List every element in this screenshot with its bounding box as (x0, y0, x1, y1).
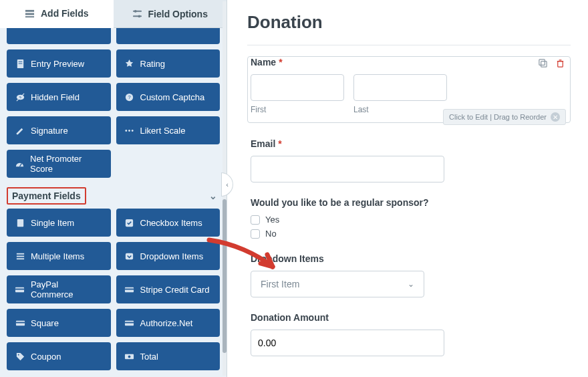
field-btn-nps[interactable]: Net Promoter Score (7, 150, 111, 178)
field-btn-paypal[interactable]: PayPal Commerce (7, 275, 111, 303)
field-btn-square[interactable]: Square (7, 309, 111, 337)
svg-rect-19 (17, 219, 23, 226)
field-btn-label: Total (140, 352, 158, 362)
left-scrollbar-thumb[interactable] (223, 199, 227, 353)
field-btn-stripe[interactable]: Stripe Credit Card (116, 275, 220, 303)
checkbox-icon (124, 217, 135, 228)
card-icon (15, 284, 25, 295)
required-marker: * (279, 57, 282, 68)
trash-icon[interactable] (554, 57, 566, 69)
form-title: Donation (247, 12, 571, 33)
svg-rect-0 (25, 9, 34, 11)
svg-rect-21 (16, 253, 23, 254)
svg-point-5 (134, 10, 137, 13)
required-marker: * (278, 138, 281, 149)
svg-rect-38 (557, 61, 563, 66)
svg-rect-37 (541, 61, 546, 66)
opt-yes[interactable]: Yes (251, 215, 567, 225)
field-btn-custom-captcha[interactable]: ? Custom Captcha (116, 83, 220, 111)
star-icon (124, 58, 135, 69)
checkbox-icon (251, 215, 260, 225)
field-options-icon (132, 9, 143, 19)
field-btn-label: Single Item (31, 218, 74, 228)
field-btn-hidden-cut-a[interactable] (7, 28, 111, 44)
first-name-sublabel: First (251, 105, 344, 114)
svg-rect-8 (18, 61, 22, 61)
svg-rect-28 (125, 288, 134, 289)
donation-input[interactable] (251, 330, 444, 356)
field-btn-label: PayPal Commerce (31, 279, 103, 299)
field-btn-total[interactable]: Total (116, 342, 220, 370)
svg-point-16 (128, 130, 130, 132)
last-name-input[interactable] (353, 74, 447, 101)
field-btn-multiple-items[interactable]: Multiple Items (7, 242, 111, 270)
svg-rect-1 (25, 13, 34, 15)
sponsor-label: Would you like to be a regular sponsor? (251, 197, 429, 208)
svg-rect-2 (25, 16, 34, 17)
tab-add-fields[interactable]: Add Fields (0, 0, 114, 28)
field-donation-amount[interactable]: Donation Amount (247, 311, 571, 365)
field-btn-label: Dropdown Items (140, 251, 204, 261)
svg-rect-36 (539, 59, 544, 64)
field-btn-label: Likert Scale (140, 126, 186, 136)
field-btn-rating[interactable]: Rating (116, 49, 220, 78)
field-btn-signature[interactable]: Signature (7, 116, 111, 144)
first-name-input[interactable] (251, 74, 344, 101)
svg-point-15 (125, 130, 127, 132)
duplicate-icon[interactable] (537, 57, 549, 69)
add-fields-icon (25, 8, 35, 19)
eye-off-icon (15, 92, 25, 102)
field-sponsor[interactable]: Would you like to be a regular sponsor? … (247, 197, 571, 247)
donation-label: Donation Amount (251, 312, 329, 323)
field-name[interactable]: Name * First Last Click to Edit | Drag t… (247, 56, 571, 123)
chevron-down-icon: ⌄ (408, 279, 414, 289)
tag-icon (15, 351, 25, 362)
opt-no[interactable]: No (251, 229, 567, 239)
field-btn-label: Hidden Field (31, 92, 80, 102)
card-icon (124, 284, 135, 295)
field-btn-label: Custom Captcha (140, 92, 205, 102)
field-email[interactable]: Email * (247, 138, 571, 191)
document-icon (15, 58, 25, 69)
field-btn-checkbox-items[interactable]: Checkbox Items (116, 209, 220, 237)
divider (247, 45, 571, 45)
svg-point-35 (128, 355, 131, 358)
field-btn-label: Entry Preview (31, 59, 84, 69)
field-btn-dropdown-items[interactable]: Dropdown Items (116, 242, 220, 270)
dropdown-value: First Item (261, 279, 299, 289)
checkbox-icon (251, 229, 260, 239)
gauge-icon (15, 158, 25, 169)
field-btn-likert-scale[interactable]: Likert Scale (116, 116, 220, 144)
field-btn-hidden-cut-b[interactable] (116, 28, 220, 44)
pencil-icon (15, 125, 25, 136)
section-payment-fields[interactable]: Payment Fields ⌄ (7, 183, 220, 209)
field-dropdown-items[interactable]: Dropdown Items First Item ⌄ (247, 253, 571, 306)
field-btn-label: Multiple Items (31, 251, 84, 261)
svg-rect-30 (15, 322, 24, 323)
field-btn-coupon[interactable]: Coupon (7, 342, 111, 370)
money-icon (124, 351, 135, 362)
email-input[interactable] (251, 156, 444, 182)
field-btn-label: Net Promoter Score (30, 154, 102, 174)
close-icon[interactable]: ✕ (551, 112, 560, 122)
svg-rect-23 (16, 258, 23, 259)
section-title: Payment Fields (7, 187, 86, 205)
edit-hint: Click to Edit | Drag to Reorder ✕ (443, 109, 566, 125)
svg-rect-22 (16, 255, 23, 257)
chevron-down-icon: ⌄ (209, 191, 217, 201)
field-btn-authorizenet[interactable]: Authorize.Net (116, 309, 220, 337)
email-label: Email (251, 138, 275, 149)
tab-field-options[interactable]: Field Options (114, 0, 227, 28)
svg-rect-9 (18, 63, 22, 64)
field-btn-hidden-field[interactable]: Hidden Field (7, 83, 111, 111)
svg-point-33 (17, 354, 19, 355)
dropdown-select[interactable]: First Item ⌄ (251, 271, 424, 297)
field-btn-single-item[interactable]: Single Item (7, 209, 111, 237)
document-icon (15, 217, 25, 228)
svg-point-17 (132, 130, 134, 132)
list-icon (15, 251, 25, 261)
field-btn-entry-preview[interactable]: Entry Preview (7, 49, 111, 78)
edit-hint-text: Click to Edit | Drag to Reorder (449, 113, 547, 121)
field-btn-label: Rating (140, 59, 166, 69)
field-btn-label: Coupon (31, 352, 61, 362)
